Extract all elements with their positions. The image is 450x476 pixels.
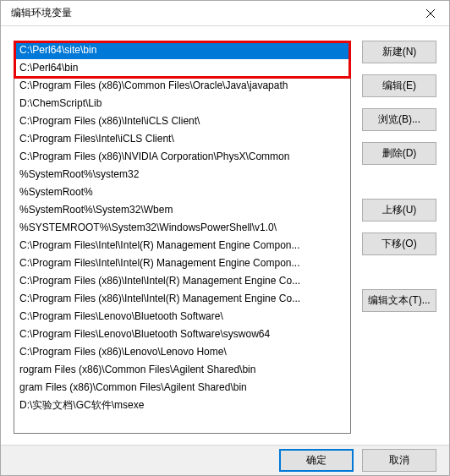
list-item[interactable]: %SystemRoot%\System32\Wbem (14, 201, 350, 219)
edit-text-button[interactable]: 编辑文本(T)... (362, 289, 436, 312)
list-item[interactable]: C:\Program Files\Intel\Intel(R) Manageme… (14, 254, 350, 272)
close-button[interactable] (411, 1, 449, 25)
dialog-footer: 确定 取消 (1, 445, 449, 475)
move-down-button[interactable]: 下移(O) (362, 233, 436, 255)
list-item[interactable]: D:\ChemScript\Lib (14, 95, 350, 112)
list-item[interactable]: %SYSTEMROOT%\System32\WindowsPowerShell\… (14, 219, 350, 237)
delete-button[interactable]: 删除(D) (362, 142, 436, 165)
list-item[interactable]: gram Files (x86)\Common Files\Agilent Sh… (14, 379, 350, 397)
list-item[interactable]: C:\Program Files\Intel\iCLS Client\ (14, 130, 350, 148)
ok-button[interactable]: 确定 (279, 449, 354, 472)
edit-button[interactable]: 编辑(E) (362, 74, 436, 97)
list-item[interactable]: rogram Files (x86)\Common Files\Agilent … (14, 361, 350, 379)
list-item[interactable]: C:\Program Files\Intel\Intel(R) Manageme… (14, 237, 350, 254)
list-item[interactable]: C:\Program Files (x86)\Intel\Intel(R) Ma… (14, 290, 350, 308)
cancel-button[interactable]: 取消 (362, 449, 436, 472)
path-listbox[interactable]: C:\Perl64\site\binC:\Perl64\binC:\Progra… (14, 41, 351, 434)
close-icon (426, 9, 435, 18)
list-item[interactable]: %SystemRoot%\system32 (14, 166, 350, 183)
list-item[interactable]: C:\Perl64\bin (14, 59, 350, 77)
move-up-button[interactable]: 上移(U) (362, 199, 436, 222)
window-title: 编辑环境变量 (11, 6, 72, 20)
side-buttons: 新建(N) 编辑(E) 浏览(B)... 删除(D) 上移(U) 下移(O) 编… (362, 41, 436, 312)
titlebar: 编辑环境变量 (1, 1, 449, 26)
list-item[interactable]: C:\Program Files (x86)\NVIDIA Corporatio… (14, 148, 350, 166)
list-item[interactable]: D:\实验文档\GC软件\msexe (14, 397, 350, 414)
list-item[interactable]: C:\Program Files (x86)\Common Files\Orac… (14, 77, 350, 95)
list-item[interactable]: C:\Program Files (x86)\Intel\iCLS Client… (14, 112, 350, 130)
list-item[interactable]: C:\Program Files\Lenovo\Bluetooth Softwa… (14, 308, 350, 326)
list-item[interactable]: C:\Program Files (x86)\Lenovo\Lenovo Hom… (14, 343, 350, 361)
content-area: C:\Perl64\site\binC:\Perl64\binC:\Progra… (1, 26, 449, 445)
new-button[interactable]: 新建(N) (362, 41, 436, 63)
list-item[interactable]: C:\Program Files\Lenovo\Bluetooth Softwa… (14, 326, 350, 343)
list-item[interactable]: C:\Perl64\site\bin (14, 41, 350, 59)
browse-button[interactable]: 浏览(B)... (362, 108, 436, 131)
list-item[interactable]: C:\Program Files (x86)\Intel\Intel(R) Ma… (14, 272, 350, 290)
list-item[interactable]: %SystemRoot% (14, 183, 350, 201)
